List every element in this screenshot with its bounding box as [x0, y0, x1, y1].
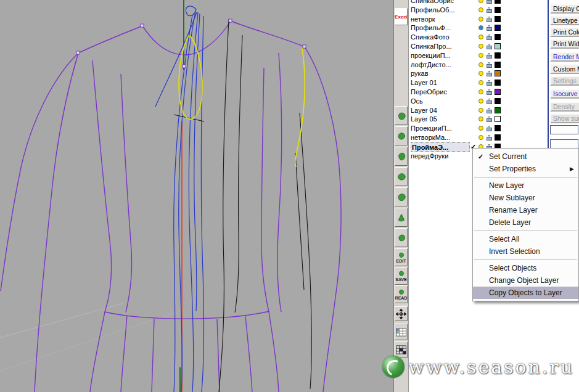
layer-name[interactable]: Layer 04	[411, 107, 470, 115]
layer-row[interactable]: Layer 01	[409, 78, 504, 88]
grid-panel-button[interactable]	[395, 341, 408, 358]
layer-name[interactable]: ПроймаЭ...	[411, 142, 470, 152]
layer-color-swatch[interactable]	[495, 52, 501, 59]
tool-button-6[interactable]	[395, 208, 408, 227]
layer-color-swatch[interactable]	[495, 62, 501, 68]
layer-lock-icon[interactable]	[487, 55, 492, 59]
layer-name[interactable]: лофтДисто...	[411, 61, 470, 69]
layer-color-swatch[interactable]	[495, 70, 501, 76]
layer-lock-icon[interactable]	[487, 18, 492, 22]
layer-visibility-bulb-icon[interactable]	[478, 99, 483, 104]
layer-color-swatch[interactable]	[495, 89, 501, 95]
layer-name[interactable]: передФруки	[411, 152, 470, 160]
menu-item-change-object-layer[interactable]: Change Object Layer	[473, 274, 578, 287]
layer-lock-icon[interactable]	[487, 73, 492, 76]
layer-row[interactable]: Layer 05	[409, 115, 504, 124]
layer-color-swatch[interactable]	[495, 16, 501, 22]
layer-lock-icon[interactable]	[487, 9, 492, 13]
menu-item-set-properties[interactable]: Set Properties ▶	[473, 163, 578, 175]
layer-visibility-bulb-icon[interactable]	[478, 135, 483, 140]
render-mesh-button[interactable]: Render Me	[550, 52, 579, 62]
layer-name[interactable]: СпинкаФото	[411, 33, 470, 41]
edit-button[interactable]: EDIT	[395, 248, 408, 266]
isocurve-density-button[interactable]: Isocurve D	[550, 89, 579, 99]
layer-visibility-bulb-icon[interactable]	[478, 116, 483, 121]
menu-item-rename-layer[interactable]: Rename Layer	[473, 204, 578, 216]
layer-visibility-bulb-icon[interactable]	[478, 89, 483, 94]
layer-name[interactable]: ПереОбрис	[411, 88, 470, 96]
layer-lock-icon[interactable]	[487, 0, 492, 4]
layer-table-button[interactable]	[395, 324, 408, 340]
layer-lock-icon[interactable]	[487, 64, 492, 68]
layer-lock-icon[interactable]	[487, 100, 492, 104]
layer-lock-icon[interactable]	[487, 110, 492, 113]
layer-lock-icon[interactable]	[487, 91, 492, 95]
tool-button-5[interactable]	[395, 187, 408, 206]
layer-lock-icon[interactable]	[487, 27, 492, 31]
layer-row[interactable]: лофтДисто...	[409, 60, 504, 70]
layer-lock-icon[interactable]	[487, 128, 492, 131]
layer-name[interactable]: ПрофильОб...	[411, 6, 470, 14]
layer-color-swatch[interactable]	[495, 107, 501, 113]
layer-color-swatch[interactable]	[495, 34, 501, 40]
layer-lock-icon[interactable]	[487, 82, 492, 86]
menu-item-copy-objects-to-layer[interactable]: Copy Objects to Layer	[473, 287, 578, 299]
layer-visibility-bulb-icon[interactable]	[478, 0, 483, 3]
layer-color-swatch[interactable]	[495, 0, 501, 4]
menu-item-new-sublayer[interactable]: New Sublayer	[473, 192, 578, 204]
layer-row[interactable]: ПереОбрис	[409, 88, 504, 97]
tool-button-2[interactable]	[395, 126, 408, 145]
layer-name[interactable]: СпинкаОбрис	[411, 0, 470, 5]
layer-row[interactable]: СпинкаФото	[409, 33, 504, 42]
layer-visibility-bulb-icon[interactable]	[478, 35, 483, 39]
value-box[interactable]	[550, 139, 578, 149]
layer-lock-icon[interactable]	[487, 36, 492, 40]
print-width-button[interactable]: Print Wid	[550, 39, 579, 49]
layer-name[interactable]: нетворкМа...	[411, 134, 470, 142]
layer-name[interactable]: ПроекцииП...	[411, 125, 470, 133]
layer-visibility-bulb-icon[interactable]	[478, 17, 483, 22]
layer-color-swatch[interactable]	[495, 98, 501, 104]
print-color-button[interactable]: Print Colo	[550, 27, 579, 37]
menu-item-invert-selection[interactable]: Invert Selection	[473, 245, 578, 258]
tool-button-3[interactable]	[395, 147, 408, 166]
tool-button-1[interactable]	[395, 106, 408, 125]
menu-item-delete-layer[interactable]: Delete Layer	[473, 216, 578, 229]
layer-color-swatch[interactable]	[495, 116, 501, 122]
layer-name[interactable]: Layer 01	[411, 79, 470, 87]
layer-color-swatch[interactable]	[495, 43, 501, 49]
layer-row[interactable]: ПрофильОб...	[409, 6, 504, 15]
layer-name[interactable]: Layer 05	[411, 115, 470, 123]
layer-name[interactable]: ПрофильФ...	[411, 24, 470, 32]
layer-row[interactable]: Layer 04	[409, 106, 504, 115]
layer-visibility-bulb-icon[interactable]	[478, 126, 483, 131]
layer-row[interactable]: рукав	[409, 69, 504, 78]
excel-button[interactable]: Excel	[395, 8, 408, 25]
layer-lock-icon[interactable]	[487, 46, 492, 49]
display-color-button[interactable]: Display C	[550, 4, 579, 14]
layer-row[interactable]: СпинкаПро...	[409, 42, 504, 51]
layer-name[interactable]: рукав	[411, 70, 470, 78]
layer-row[interactable]: Ось	[409, 97, 504, 106]
layer-row[interactable]: нетворк	[409, 15, 504, 24]
3d-viewport[interactable]	[0, 0, 393, 392]
layer-visibility-bulb-icon[interactable]	[478, 71, 483, 76]
layer-color-swatch[interactable]	[495, 134, 501, 141]
tool-button-4[interactable]	[395, 167, 408, 186]
tool-button-7[interactable]	[395, 228, 408, 247]
linetype-button[interactable]: Linetype	[550, 15, 579, 25]
layer-color-swatch[interactable]	[495, 125, 501, 131]
layer-visibility-bulb-icon[interactable]	[478, 7, 483, 12]
save-button[interactable]: SAVE	[395, 267, 408, 285]
layer-visibility-bulb-icon[interactable]	[478, 44, 483, 49]
layer-name[interactable]: нетворк	[411, 15, 470, 23]
layer-color-swatch[interactable]	[495, 80, 501, 86]
layer-row[interactable]: СпинкаОбрис	[409, 0, 504, 6]
layer-visibility-bulb-icon[interactable]	[478, 80, 483, 85]
layer-color-swatch[interactable]	[495, 7, 501, 13]
custom-mesh-button[interactable]: Custom M	[550, 64, 579, 74]
layer-name[interactable]: СпинкаПро...	[411, 43, 470, 51]
menu-item-select-objects[interactable]: Select Objects	[473, 262, 578, 274]
menu-item-set-current[interactable]: ✓ Set Current	[473, 150, 578, 163]
pan-move-button[interactable]	[395, 306, 408, 321]
